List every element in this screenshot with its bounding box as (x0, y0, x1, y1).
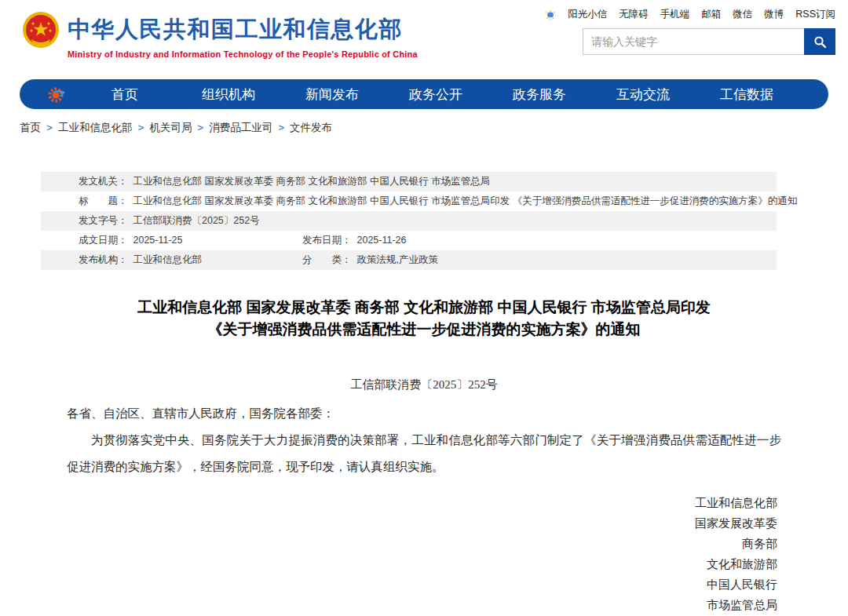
meta-value-1: 工业和信息化部 国家发展改革委 商务部 文化和旅游部 中国人民银行 市场监管总局 (133, 176, 491, 187)
mascot-icon (545, 9, 556, 21)
brand-block: 中华人民共和国工业和信息化部 Ministry of Industry and … (68, 14, 418, 59)
breadcrumb-separator: > (278, 122, 284, 133)
top-link-7[interactable]: RSS订阅 (795, 8, 835, 21)
meta-value2-5: 政策法规,产业政策 (357, 254, 438, 265)
nav-item-1[interactable]: 首页 (73, 86, 177, 104)
meta-label2-4: 发布日期： (302, 235, 352, 246)
site-title: 中华人民共和国工业和信息化部 (68, 14, 418, 46)
breadcrumb-item-2[interactable]: 工业和信息化部 (58, 122, 133, 133)
search-button[interactable] (804, 28, 835, 55)
document-body: 各省、自治区、直辖市人民政府，国务院各部委： 为贯彻落实党中央、国务院关于大力提… (67, 400, 781, 480)
site-header: 中华人民共和国工业和信息化部 Ministry of Industry and … (0, 0, 848, 75)
meta-row-3: 发文字号：工信部联消费〔2025〕252号 (41, 211, 777, 231)
meta-label-4: 成文日期： (79, 235, 128, 246)
document-number: 工信部联消费〔2025〕252号 (0, 377, 848, 392)
search-input[interactable] (583, 29, 804, 54)
meta-label-2: 标 题： (79, 195, 128, 206)
breadcrumb-separator: > (137, 122, 144, 133)
breadcrumb-separator: > (197, 122, 203, 133)
meta-label-3: 发文字号： (79, 215, 128, 226)
nav-item-7[interactable]: 工信数据 (695, 86, 799, 104)
site-subtitle: Ministry of Industry and Information Tec… (68, 49, 418, 59)
miit-logo-icon (46, 83, 68, 105)
document-title-line2: 《关于增强消费品供需适配性进一步促进消费的实施方案》的通知 (0, 319, 848, 341)
nav-item-4[interactable]: 政务公开 (384, 86, 488, 104)
signature-line-4: 文化和旅游部 (0, 554, 777, 574)
document-meta-table: 发文机关：工业和信息化部 国家发展改革委 商务部 文化和旅游部 中国人民银行 市… (41, 172, 777, 270)
document-title: 工业和信息化部 国家发展改革委 商务部 文化和旅游部 中国人民银行 市场监管总局… (0, 297, 848, 341)
signature-line-5: 中国人民银行 (0, 574, 777, 595)
signature-line-3: 商务部 (0, 534, 777, 554)
top-link-2[interactable]: 无障碍 (619, 8, 649, 21)
breadcrumb-separator: > (46, 122, 53, 133)
breadcrumb-item-3[interactable]: 机关司局 (149, 122, 192, 133)
meta-label-5: 发布机构： (79, 254, 128, 265)
meta-row-4: 成文日期：2025-11-25发布日期：2025-11-26 (41, 231, 777, 250)
nav-item-3[interactable]: 新闻发布 (280, 86, 384, 104)
top-link-3[interactable]: 手机端 (660, 8, 690, 21)
breadcrumb-item-5: 文件发布 (290, 122, 332, 133)
signature-block: 工业和信息化部国家发展改革委商务部文化和旅游部中国人民银行市场监管总局2025年… (0, 493, 777, 616)
national-emblem-icon (22, 11, 60, 49)
meta-row-2: 标 题：工业和信息化部 国家发展改革委 商务部 文化和旅游部 中国人民银行 市场… (41, 191, 777, 211)
meta-row-1: 发文机关：工业和信息化部 国家发展改革委 商务部 文化和旅游部 中国人民银行 市… (41, 172, 777, 191)
nav-item-6[interactable]: 互动交流 (591, 86, 695, 104)
signature-line-2: 国家发展改革委 (0, 513, 777, 534)
main-nav: 首页组织机构新闻发布政务公开政务服务互动交流工信数据 (20, 79, 828, 109)
top-link-6[interactable]: 微博 (764, 8, 784, 21)
nav-item-2[interactable]: 组织机构 (177, 86, 280, 104)
top-link-4[interactable]: 邮箱 (701, 8, 721, 21)
search-icon (813, 35, 827, 49)
breadcrumb-item-4[interactable]: 消费品工业司 (209, 122, 272, 133)
meta-label-1: 发文机关： (79, 176, 128, 187)
body-paragraph: 为贯彻落实党中央、国务院关于大力提振消费的决策部署，工业和信息化部等六部门制定了… (67, 427, 781, 480)
meta-row-4-col2: 发布日期：2025-11-26 (302, 231, 407, 250)
meta-row-5-col2: 分 类：政策法规,产业政策 (302, 250, 438, 270)
search-bar (583, 28, 835, 55)
nav-item-5[interactable]: 政务服务 (488, 86, 591, 104)
breadcrumb: 首页>工业和信息化部>机关司局>消费品工业司>文件发布 (20, 121, 848, 135)
top-link-1[interactable]: 阳光小信 (568, 8, 607, 21)
signature-line-6: 市场监管总局 (0, 595, 777, 615)
meta-value2-4: 2025-11-26 (357, 235, 407, 246)
top-links: 阳光小信无障碍手机端邮箱微信微博RSS订阅 (545, 8, 835, 21)
top-link-5[interactable]: 微信 (733, 8, 752, 21)
signature-line-1: 工业和信息化部 (0, 493, 777, 513)
breadcrumb-item-1[interactable]: 首页 (20, 122, 41, 133)
salutation: 各省、自治区、直辖市人民政府，国务院各部委： (67, 400, 781, 427)
document-title-line1: 工业和信息化部 国家发展改革委 商务部 文化和旅游部 中国人民银行 市场监管总局… (0, 297, 848, 319)
meta-value-4: 2025-11-25 (133, 235, 183, 246)
meta-value-3: 工信部联消费〔2025〕252号 (133, 215, 260, 226)
meta-value-2: 工业和信息化部 国家发展改革委 商务部 文化和旅游部 中国人民银行 市场监管总局… (133, 195, 798, 206)
meta-value-5: 工业和信息化部 (133, 254, 203, 265)
meta-label2-5: 分 类： (302, 254, 352, 265)
meta-row-5: 发布机构：工业和信息化部分 类：政策法规,产业政策 (41, 250, 777, 270)
